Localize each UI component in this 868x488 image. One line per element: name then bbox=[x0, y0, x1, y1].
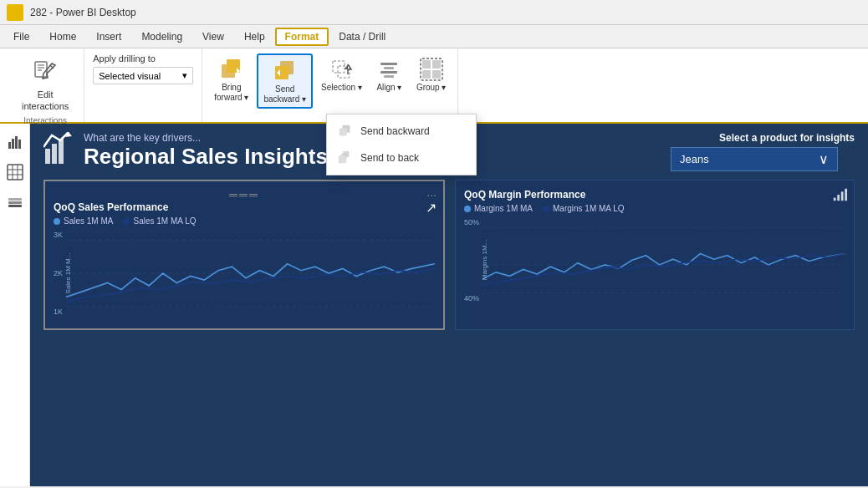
selected-visual-dropdown[interactable]: Selected visual ▾ bbox=[93, 67, 193, 84]
svg-rect-19 bbox=[380, 71, 397, 74]
sidebar-icon-table[interactable] bbox=[3, 160, 27, 184]
svg-rect-17 bbox=[380, 63, 397, 65]
svg-rect-53 bbox=[845, 189, 847, 201]
legend-item-sales-1m-lq: Sales 1M MA LQ bbox=[123, 216, 196, 226]
apply-drilling-group-label bbox=[93, 115, 193, 117]
group-button[interactable]: Group ▾ bbox=[411, 53, 452, 95]
svg-rect-52 bbox=[841, 191, 844, 201]
qoq-sales-legend: Sales 1M MA Sales 1M MA LQ bbox=[54, 216, 435, 226]
menu-bar: File Home Insert Modeling View Help Form… bbox=[0, 25, 868, 48]
menu-file[interactable]: File bbox=[3, 28, 39, 46]
svg-rect-32 bbox=[12, 139, 14, 149]
legend-dot-margins-1m-lq bbox=[543, 206, 549, 212]
svg-rect-22 bbox=[432, 60, 441, 69]
dropdown-send-backward-item[interactable]: Send backward bbox=[327, 118, 476, 145]
group-label: Group ▾ bbox=[416, 83, 447, 93]
legend-item-sales-1m: Sales 1M MA bbox=[54, 216, 113, 226]
app-icon bbox=[7, 4, 23, 21]
sales-line-chart bbox=[66, 231, 435, 316]
send-backward-dropdown: Send backward Send to back bbox=[326, 114, 477, 175]
send-to-back-dropdown-icon bbox=[337, 150, 354, 166]
svg-rect-4 bbox=[35, 62, 47, 77]
svg-rect-35 bbox=[8, 165, 23, 180]
qoq-margin-legend: Margins 1M MA Margins 1M MA LQ bbox=[464, 204, 845, 213]
svg-rect-51 bbox=[837, 195, 840, 201]
charts-row: ═══ ··· QoQ Sales Performance ↗ Sales 1M… bbox=[30, 171, 868, 330]
svg-rect-50 bbox=[834, 198, 836, 201]
margin-line-chart bbox=[483, 218, 845, 302]
align-icon bbox=[375, 56, 402, 83]
menu-home[interactable]: Home bbox=[39, 28, 86, 46]
svg-rect-42 bbox=[8, 205, 22, 207]
apply-drilling-group: Apply drilling to Selected visual ▾ bbox=[84, 48, 202, 122]
send-backward-icon bbox=[272, 58, 299, 84]
svg-rect-2 bbox=[15, 7, 18, 18]
product-dropdown[interactable]: Jeans ∨ bbox=[671, 147, 838, 171]
send-backward-dropdown-icon bbox=[337, 123, 354, 140]
svg-rect-34 bbox=[18, 140, 21, 149]
qoq-margin-chart[interactable]: QoQ Margin Performance Margins 1M MA bbox=[455, 180, 855, 330]
legend-dot-margins-1m bbox=[464, 206, 471, 212]
y-axis-sales-label: Sales 1M M... bbox=[64, 253, 72, 294]
svg-rect-1 bbox=[12, 9, 14, 18]
bring-forward-label: Bringforward ▾ bbox=[214, 83, 248, 103]
menu-view[interactable]: View bbox=[192, 28, 234, 46]
menu-help[interactable]: Help bbox=[234, 28, 275, 46]
align-label: Align ▾ bbox=[376, 83, 401, 93]
svg-rect-41 bbox=[8, 201, 22, 204]
apply-drilling-label: Apply drilling to bbox=[93, 53, 193, 64]
send-to-back-item-label: Send to back bbox=[360, 152, 419, 164]
svg-rect-30 bbox=[339, 155, 346, 163]
edit-interactions-label: Edit interactions bbox=[22, 89, 69, 113]
svg-rect-0 bbox=[8, 12, 11, 18]
sidebar-icon-barchart[interactable] bbox=[3, 130, 27, 154]
svg-rect-45 bbox=[59, 139, 64, 164]
selection-button[interactable]: Selection ▾ bbox=[316, 53, 367, 95]
qoq-margin-chart-body: 50% 40% Margins 1M... bbox=[464, 218, 845, 302]
svg-rect-24 bbox=[432, 70, 441, 79]
qoq-sales-expand-icon[interactable]: ↗ bbox=[426, 200, 437, 216]
window-title: 282 - Power BI Desktop bbox=[30, 7, 136, 18]
send-backward-button[interactable]: Sendbackward ▾ bbox=[257, 53, 313, 109]
edit-interactions-group: Edit interactions Interactions bbox=[7, 48, 84, 122]
qoq-margin-expand-icon[interactable] bbox=[832, 187, 847, 206]
ribbon: Edit interactions Interactions Apply dri… bbox=[0, 48, 868, 124]
svg-rect-44 bbox=[52, 144, 57, 164]
product-label: Select a product for insights bbox=[671, 132, 855, 144]
svg-rect-31 bbox=[8, 142, 11, 149]
main-content: What are the key drivers... Regional Sal… bbox=[0, 124, 868, 486]
send-backward-item-label: Send backward bbox=[360, 125, 430, 137]
dropdown-send-to-back-item[interactable]: Send to back bbox=[327, 145, 476, 171]
y-axis-margin-label: Margins 1M... bbox=[481, 240, 488, 280]
menu-format[interactable]: Format bbox=[275, 28, 329, 46]
legend-dot-sales-1m-lq bbox=[123, 218, 130, 225]
align-button[interactable]: Align ▾ bbox=[370, 53, 408, 95]
legend-dot-sales-1m bbox=[54, 218, 60, 225]
chart-resize-handle[interactable]: ═══ bbox=[229, 188, 259, 201]
menu-data-drill[interactable]: Data / Drill bbox=[329, 28, 396, 46]
svg-rect-33 bbox=[15, 136, 18, 149]
send-backward-label: Sendbackward ▾ bbox=[263, 84, 306, 104]
y-axis-margin: 50% 40% bbox=[464, 218, 483, 302]
bring-forward-icon bbox=[218, 56, 245, 83]
menu-modeling[interactable]: Modeling bbox=[131, 28, 192, 46]
svg-rect-21 bbox=[422, 60, 431, 69]
selection-icon bbox=[328, 56, 355, 83]
svg-rect-40 bbox=[8, 198, 22, 201]
qoq-sales-chart-body: 3K 2K 1K Sales 1M M... bbox=[54, 231, 435, 316]
qoq-sales-chart[interactable]: ═══ ··· QoQ Sales Performance ↗ Sales 1M… bbox=[43, 180, 445, 330]
canvas-area: What are the key drivers... Regional Sal… bbox=[30, 124, 868, 486]
qoq-margin-title: QoQ Margin Performance bbox=[464, 189, 845, 201]
bring-forward-button[interactable]: Bringforward ▾ bbox=[209, 53, 253, 105]
svg-rect-20 bbox=[384, 75, 394, 78]
svg-rect-3 bbox=[18, 8, 21, 18]
menu-insert[interactable]: Insert bbox=[86, 28, 131, 46]
margin-chart-area: Margins 1M... bbox=[483, 218, 845, 302]
legend-item-margins-1m: Margins 1M MA bbox=[464, 204, 533, 213]
edit-interactions-icon bbox=[30, 57, 60, 87]
edit-interactions-button[interactable]: Edit interactions bbox=[17, 53, 74, 116]
group-icon bbox=[418, 56, 445, 83]
sidebar-icon-layers[interactable] bbox=[3, 191, 27, 214]
arrange-group: Bringforward ▾ Sendbackward ▾ bbox=[202, 48, 458, 122]
selection-label: Selection ▾ bbox=[321, 83, 362, 93]
